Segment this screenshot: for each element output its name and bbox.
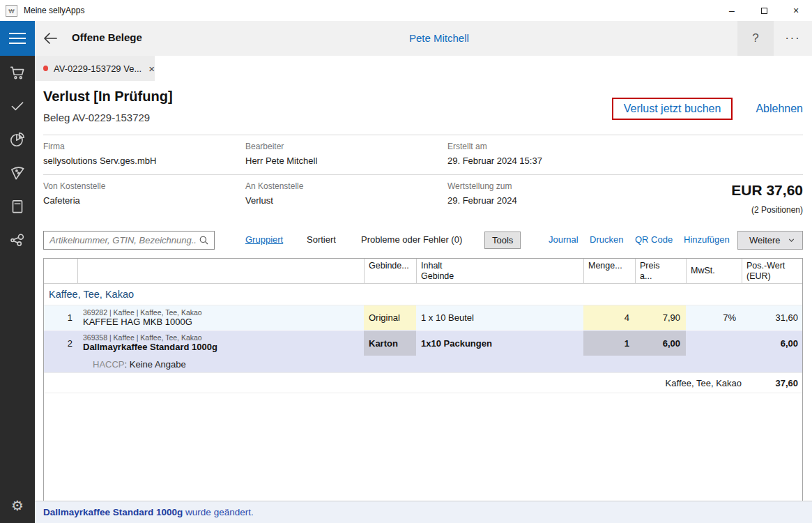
grouped-toggle[interactable]: Gruppiert xyxy=(245,234,283,245)
field-label: Erstellt am xyxy=(447,142,636,151)
help-button[interactable]: ? xyxy=(737,21,774,56)
status-bar: Dallmayrkaffee Standard 1000g wurde geän… xyxy=(35,501,812,523)
column-header[interactable] xyxy=(77,259,364,283)
field-bearbeiter: Bearbeiter Herr Pete Mitchell xyxy=(245,142,434,166)
pizza-slice-icon xyxy=(8,164,26,182)
search-icon xyxy=(199,235,209,245)
position-count: (2 Positionen) xyxy=(751,205,803,215)
chevron-down-icon xyxy=(787,236,796,245)
hamburger-menu-button[interactable] xyxy=(0,21,35,56)
group-subtotal-row: Kaffee, Tee, Kakao 37,60 xyxy=(44,372,802,393)
field-value: Verlust xyxy=(245,195,434,206)
haccp-value: : Keine Angabe xyxy=(125,359,186,370)
field-erstellt-am: Erstellt am 29. Februar 2024 15:37 xyxy=(447,142,636,166)
book-loss-button[interactable]: Verlust jetzt buchen xyxy=(612,98,733,120)
app-header: Offene Belege Pete Mitchell ? ··· xyxy=(0,21,812,56)
more-options-button[interactable]: ··· xyxy=(774,21,812,56)
field-label: Von Kostenstelle xyxy=(43,181,231,191)
qr-code-link[interactable]: QR Code xyxy=(635,234,673,245)
article-meta: 369358 | Kaffee | Kaffee, Tee, Kakao xyxy=(83,333,202,342)
table-row-selected[interactable]: 2 369358 | Kaffee | Kaffee, Tee, Kakao D… xyxy=(44,331,802,356)
document-view: Verlust [In Prüfung] Beleg AV-0229-15372… xyxy=(35,81,812,501)
hamburger-icon xyxy=(9,33,26,34)
sidebar-nav: ⚙ xyxy=(0,56,35,523)
tools-button[interactable]: Tools xyxy=(484,232,521,249)
document-title: Verlust [In Prüfung] xyxy=(43,89,173,105)
subtotal-value: 37,60 xyxy=(742,378,802,388)
tab-bar: AV-0229-153729 Ve... × xyxy=(35,56,812,81)
tab-close-icon[interactable]: × xyxy=(148,63,155,75)
mwst-cell xyxy=(686,331,742,356)
gebinde-cell[interactable]: Original xyxy=(364,305,416,330)
divider xyxy=(43,135,803,135)
reject-button[interactable]: Ablehnen xyxy=(756,103,803,115)
positions-table: Gebinde... InhaltGebinde Menge... Preisa… xyxy=(43,258,803,523)
cart-icon xyxy=(8,63,26,82)
field-value: 29. Februar 2024 xyxy=(447,195,636,206)
field-value: 29. Februar 2024 15:37 xyxy=(447,156,636,166)
user-name-link[interactable]: Pete Mitchell xyxy=(409,32,469,44)
title-bar: w Meine sellyApps – × xyxy=(0,0,812,21)
maximize-icon xyxy=(761,8,767,14)
column-header-menge[interactable]: Menge... xyxy=(583,259,635,283)
divider xyxy=(43,174,803,175)
sidebar-item-reports[interactable] xyxy=(0,123,35,156)
haccp-subrow: HACCP: Keine Angabe xyxy=(44,356,802,372)
row-number: 2 xyxy=(44,331,77,356)
wert-cell: 6,00 xyxy=(742,331,802,356)
column-header-gebinde[interactable]: Gebinde... xyxy=(364,259,416,283)
subtotal-label: Kaffee, Tee, Kakao xyxy=(666,378,742,388)
journal-link[interactable]: Journal xyxy=(549,234,579,245)
preis-cell[interactable]: 6,00 xyxy=(635,331,686,356)
maximize-button[interactable] xyxy=(748,0,780,21)
article-meta: 369282 | Kaffee | Kaffee, Tee, Kakao xyxy=(83,308,202,317)
preis-cell[interactable]: 7,90 xyxy=(635,305,686,330)
pie-chart-icon xyxy=(8,130,26,149)
back-button[interactable] xyxy=(42,30,60,47)
sidebar-item-network[interactable] xyxy=(0,223,35,257)
document-tab[interactable]: AV-0229-153729 Ve... × xyxy=(35,56,155,81)
book-icon xyxy=(8,197,26,215)
gear-icon: ⚙ xyxy=(11,497,24,514)
column-header-inhalt[interactable]: InhaltGebinde xyxy=(416,259,583,283)
search-input[interactable] xyxy=(44,232,199,249)
close-button[interactable]: × xyxy=(780,0,812,21)
gebinde-cell[interactable]: Karton xyxy=(364,331,416,356)
haccp-label: HACCP xyxy=(93,359,125,370)
sidebar-item-journal[interactable] xyxy=(0,190,35,223)
menge-cell[interactable]: 4 xyxy=(583,305,635,330)
article-name: Dallmayrkaffee Standard 1000g xyxy=(83,342,217,353)
column-header-mwst[interactable]: MwSt. xyxy=(686,259,742,283)
dropdown-label: Weitere xyxy=(749,235,781,245)
sidebar-item-cart[interactable] xyxy=(0,56,35,89)
field-value: Cafeteria xyxy=(43,195,231,206)
article-cell: 369282 | Kaffee | Kaffee, Tee, Kakao KAF… xyxy=(77,305,364,330)
problems-toggle[interactable]: Probleme oder Fehler (0) xyxy=(361,234,462,245)
field-value: sellysolutions Serv.ges.mbH xyxy=(43,156,231,166)
sidebar-item-tasks[interactable] xyxy=(0,89,35,123)
sidebar-item-recipes[interactable] xyxy=(0,156,35,190)
field-label: Wertstellung zum xyxy=(447,181,636,191)
sorted-toggle[interactable]: Sortiert xyxy=(307,234,336,245)
add-item-link[interactable]: Hinzufügen xyxy=(684,234,730,245)
unsaved-changes-dot-icon xyxy=(43,66,48,71)
table-row[interactable]: 1 369282 | Kaffee | Kaffee, Tee, Kakao K… xyxy=(44,305,802,331)
item-toolbar: Gruppiert Sortiert Probleme oder Fehler … xyxy=(35,231,812,250)
column-header-preis[interactable]: Preisa... xyxy=(635,259,686,283)
more-actions-dropdown[interactable]: Weitere xyxy=(737,231,803,250)
article-name: KAFFEE HAG MKB 1000G xyxy=(83,317,192,328)
menge-cell[interactable]: 1 xyxy=(583,331,635,356)
print-link[interactable]: Drucken xyxy=(590,234,623,245)
tab-label: AV-0229-153729 Ve... xyxy=(54,63,141,74)
field-value: Herr Pete Mitchell xyxy=(245,156,434,166)
group-header-row[interactable]: Kaffee, Tee, Kakao xyxy=(44,284,802,305)
settings-button[interactable]: ⚙ xyxy=(0,490,35,522)
wert-cell: 31,60 xyxy=(742,305,802,330)
minimize-button[interactable]: – xyxy=(716,0,748,21)
article-search[interactable] xyxy=(43,231,215,250)
field-label: Bearbeiter xyxy=(245,142,434,151)
column-header-wert[interactable]: Pos.-Wert(EUR) xyxy=(742,259,802,283)
column-header[interactable] xyxy=(44,259,77,283)
document-actions: Verlust jetzt buchen Ablehnen xyxy=(612,98,803,120)
row-number: 1 xyxy=(44,305,77,330)
